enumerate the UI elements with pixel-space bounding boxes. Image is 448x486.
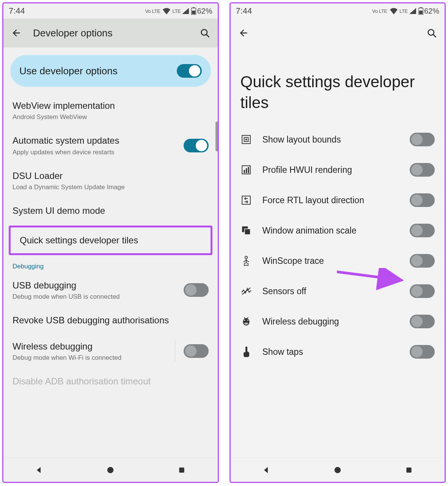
svg-line-26 [242,288,250,295]
winscope-icon [241,255,252,267]
setting-toggle[interactable] [184,139,209,152]
wifi-icon [390,8,398,14]
nav-back-button[interactable] [33,464,45,476]
section-header-debugging: Debugging [3,257,218,273]
tile-row[interactable]: Show layout bounds [231,124,445,155]
svg-rect-21 [244,229,250,235]
battery-percent: 62% [197,7,212,16]
phone-right: 7:44 Vo LTE LTE 62% Quick settings devel… [230,2,446,483]
tile-row[interactable]: WinScope trace [231,246,445,276]
setting-row[interactable]: USB debuggingDebug mode when USB is conn… [3,273,218,307]
wireless-debug-icon [241,316,252,327]
tile-toggle[interactable] [410,133,435,146]
page-title: Quick settings developer tiles [231,47,445,124]
battery-percent: 62% [424,7,439,16]
setting-toggle[interactable] [184,344,209,358]
svg-line-11 [433,34,435,37]
settings-list[interactable]: Use developer options WebView implementa… [3,47,218,458]
tile-label: Show taps [263,347,399,357]
tile-label: Sensors off [263,286,399,296]
svg-rect-17 [245,168,247,173]
wifi-icon [162,8,171,14]
nav-home-button[interactable] [332,464,343,476]
nav-back-button[interactable] [261,464,272,476]
tile-label: WinScope trace [263,256,399,266]
profile-hwui-icon [241,164,252,176]
tile-row[interactable]: Force RTL layout direction [231,185,445,215]
tile-toggle[interactable] [410,254,435,268]
svg-rect-19 [242,196,250,204]
tile-row[interactable]: Wireless debugging [231,306,445,337]
search-button[interactable] [197,25,212,41]
setting-title: System UI demo mode [13,205,209,217]
nav-bar [3,458,218,482]
nav-recents-button[interactable] [403,464,415,476]
tile-toggle[interactable] [410,224,435,237]
svg-point-5 [107,467,114,473]
tile-toggle[interactable] [410,284,435,298]
setting-title: USB debugging [13,279,176,292]
svg-rect-16 [244,170,245,173]
setting-subtitle: Load a Dynamic System Update Image [13,183,209,191]
lte-indicator: LTE [399,8,408,14]
setting-row[interactable]: WebView implementationAndroid System Web… [3,93,218,128]
battery-icon [191,7,196,15]
svg-point-22 [245,256,247,259]
window-anim-icon [241,225,252,236]
lte-indicator: LTE [172,8,181,14]
nav-recents-button[interactable] [176,464,187,476]
search-button[interactable] [424,25,439,41]
app-bar: Developer options [3,19,218,47]
svg-rect-9 [419,11,423,14]
setting-title: Revoke USB debugging authorisations [13,314,209,326]
setting-title: Automatic system updates [13,135,176,147]
tile-row[interactable]: Profile HWUI rendering [231,155,445,185]
sensors-off-icon [241,285,252,297]
phone-left: 7:44 Vo LTE LTE 62% Developer options Us… [2,2,219,483]
setting-subtitle: Debug mode when USB is connected [13,293,176,301]
setting-row[interactable]: Disable ADB authorisation timeout [3,368,218,394]
signal-icon [182,8,189,14]
status-bar: 7:44 Vo LTE LTE 62% [3,3,218,19]
tile-label: Force RTL layout direction [263,195,399,205]
tile-row[interactable]: Sensors off [231,276,445,306]
tile-label: Window animation scale [263,226,399,236]
master-switch-row[interactable]: Use developer options [10,55,211,87]
svg-rect-6 [179,467,184,472]
setting-row[interactable]: Revoke USB debugging authorisations [3,307,218,333]
battery-icon [418,7,423,15]
svg-rect-18 [248,167,249,173]
setting-row[interactable]: DSU LoaderLoad a Dynamic System Update I… [3,163,218,198]
back-button[interactable] [9,25,24,41]
svg-line-25 [246,260,249,262]
master-switch-toggle[interactable] [177,64,202,78]
setting-title: Wireless debugging [13,340,167,353]
svg-rect-8 [420,7,421,8]
setting-row[interactable]: Automatic system updatesApply updates wh… [3,128,218,163]
volte-indicator: Vo LTE [372,8,387,14]
nav-home-button[interactable] [105,464,116,476]
svg-rect-31 [406,467,411,472]
setting-toggle[interactable] [184,283,209,297]
setting-row[interactable]: System UI demo mode [3,198,218,224]
setting-row[interactable]: Wireless debuggingDebug mode when Wi-Fi … [3,334,218,368]
setting-title: DSU Loader [13,170,209,182]
tile-row[interactable]: Show taps [231,337,445,367]
tile-toggle[interactable] [410,193,435,207]
signal-icon [409,8,416,14]
setting-title: WebView implementation [13,100,209,112]
annotation-highlight-box: Quick settings developer tiles [9,226,212,255]
back-button[interactable] [236,25,251,41]
tile-toggle[interactable] [410,315,435,328]
tile-toggle[interactable] [410,345,435,359]
scrollbar-thumb[interactable] [215,122,218,151]
rtl-icon [241,194,252,206]
nav-bar [231,458,445,482]
svg-point-30 [334,467,341,473]
svg-point-14 [245,139,247,141]
svg-line-24 [244,260,246,262]
tiles-list[interactable]: Quick settings developer tiles Show layo… [231,47,445,458]
tile-row[interactable]: Window animation scale [231,215,445,246]
tile-toggle[interactable] [410,163,435,177]
setting-row[interactable]: Quick settings developer tiles [11,227,211,253]
